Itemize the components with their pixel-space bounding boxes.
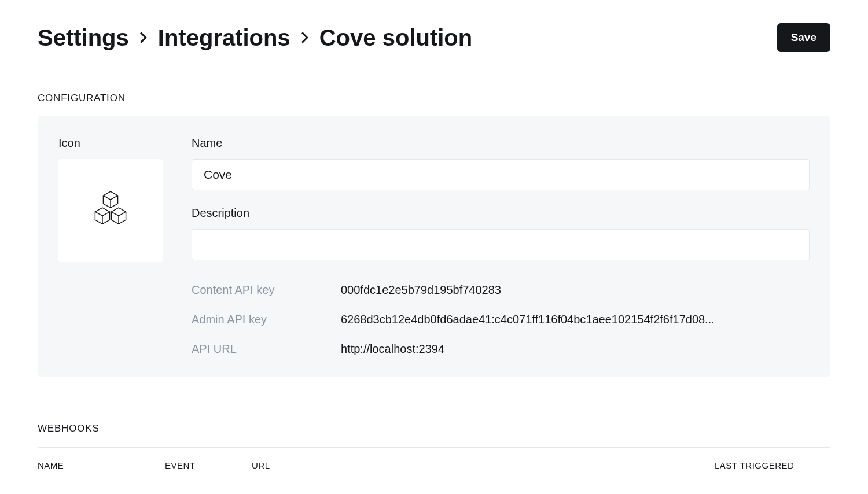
admin-api-key-value[interactable]: 6268d3cb12e4db0fd6adae41:c4c071ff116f04b… (341, 313, 810, 326)
name-field-label: Name (192, 137, 810, 150)
content-api-key-label: Content API key (192, 283, 341, 297)
content-api-key-value[interactable]: 000fdc1e2e5b79d195bf740283 (341, 283, 810, 297)
save-button[interactable]: Save (777, 23, 830, 52)
integration-icon-upload[interactable] (58, 159, 163, 262)
webhooks-table-header: NAME EVENT URL LAST TRIGGERED (38, 447, 830, 470)
webhooks-col-url: URL (252, 460, 680, 470)
svg-marker-4 (111, 208, 126, 216)
webhooks-section: WEBHOOKS NAME EVENT URL LAST TRIGGERED (38, 423, 830, 470)
breadcrumb-integrations[interactable]: Integrations (158, 25, 290, 51)
description-field-label: Description (192, 207, 810, 220)
breadcrumb-current: Cove solution (319, 25, 472, 51)
svg-marker-0 (103, 191, 117, 200)
chevron-right-icon (139, 31, 148, 44)
webhooks-section-label: WEBHOOKS (38, 423, 830, 434)
breadcrumb: Settings Integrations Cove solution (38, 25, 472, 51)
page-header: Settings Integrations Cove solution Save (38, 23, 830, 52)
name-input[interactable] (192, 159, 810, 190)
svg-marker-2 (95, 208, 109, 216)
chevron-right-icon (301, 31, 309, 44)
api-keys-block: Content API key 000fdc1e2e5b79d195bf7402… (192, 283, 810, 356)
api-url-value[interactable]: http://localhost:2394 (341, 342, 810, 356)
configuration-panel: Icon (38, 116, 830, 377)
cubes-icon (90, 189, 131, 232)
webhooks-col-last-triggered: LAST TRIGGERED (715, 460, 830, 470)
webhooks-col-event: EVENT (165, 460, 217, 470)
description-input[interactable] (192, 229, 810, 260)
configuration-section-label: CONFIGURATION (38, 93, 830, 104)
api-url-label: API URL (192, 342, 341, 356)
breadcrumb-settings[interactable]: Settings (38, 25, 129, 51)
icon-field-label: Icon (58, 137, 163, 150)
webhooks-col-name: NAME (38, 460, 130, 470)
admin-api-key-label: Admin API key (192, 313, 341, 326)
